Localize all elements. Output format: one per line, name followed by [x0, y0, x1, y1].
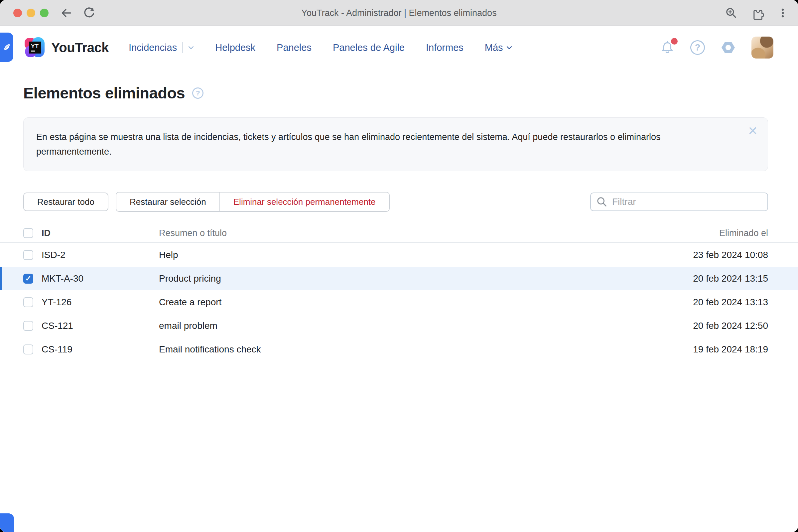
traffic-lights — [13, 8, 49, 17]
nav-item-paneles-de-agile[interactable]: Paneles de Agile — [333, 42, 405, 53]
nav-item-label: Paneles de Agile — [333, 42, 405, 53]
nav-item-informes[interactable]: Informes — [426, 42, 463, 53]
banner-close-icon[interactable]: ✕ — [748, 125, 758, 137]
row-id: CS-119 — [41, 344, 159, 355]
actions-toolbar: Restaurar todo Restaurar selección Elimi… — [23, 192, 768, 212]
help-icon: ? — [690, 40, 705, 55]
selection-actions-group: Restaurar selección Eliminar selección p… — [116, 192, 390, 212]
nav-item-label: Paneles — [277, 42, 311, 53]
column-header-deleted-on: Eliminado el — [635, 228, 768, 239]
feather-icon — [2, 43, 11, 52]
nav-separator — [182, 42, 183, 53]
search-icon — [596, 196, 607, 208]
info-banner: En esta página se muestra una lista de i… — [23, 117, 768, 171]
restore-all-button[interactable]: Restaurar todo — [23, 192, 108, 211]
row-id: MKT-A-30 — [41, 273, 159, 284]
minimize-window-button[interactable] — [26, 8, 35, 17]
notifications-button[interactable] — [660, 40, 675, 55]
nav-item-paneles[interactable]: Paneles — [277, 42, 311, 53]
table-row[interactable]: CS-121 email problem 20 feb 2024 12:50 — [0, 314, 798, 338]
row-summary: Help — [159, 250, 635, 260]
youtrack-app: YT YouTrack IncidenciasHelpdeskPanelesPa… — [0, 26, 798, 532]
youtrack-logo-mark: YT — [25, 37, 45, 58]
row-id: YT-126 — [41, 297, 159, 307]
row-checkbox[interactable]: ✓ — [23, 274, 33, 284]
restore-selection-button[interactable]: Restaurar selección — [116, 192, 220, 211]
extensions-button[interactable] — [750, 6, 764, 20]
reload-icon — [83, 7, 95, 19]
chrome-right-controls — [725, 0, 789, 26]
page-title: Elementos eliminados — [23, 84, 185, 102]
hexagon-settings-icon — [720, 40, 736, 56]
table-row[interactable]: ✓ MKT-A-30 Product pricing 20 feb 2024 1… — [0, 267, 798, 290]
reload-button[interactable] — [82, 6, 96, 20]
row-checkbox[interactable] — [23, 344, 33, 355]
row-summary: Email notifications check — [159, 344, 635, 355]
pinned-sidebar-tab-bottom[interactable] — [0, 513, 14, 532]
logo-monogram-text: YT — [31, 43, 39, 50]
nav-item-más[interactable]: Más — [485, 42, 512, 53]
magnifier-plus-icon — [725, 7, 738, 19]
brand-name: YouTrack — [51, 40, 109, 55]
row-checkbox[interactable] — [23, 297, 33, 307]
table-row[interactable]: ISD-2 Help 23 feb 2024 10:08 — [0, 243, 798, 267]
pinned-sidebar-tab-top[interactable] — [0, 33, 13, 62]
table-row[interactable]: YT-126 Create a report 20 feb 2024 13:13 — [0, 290, 798, 314]
nav-item-label: Helpdesk — [215, 42, 255, 53]
nav-item-label: Más — [485, 42, 503, 53]
row-summary: Create a report — [159, 297, 635, 307]
row-deleted-on: 19 feb 2024 18:19 — [635, 344, 768, 355]
youtrack-logo[interactable]: YT YouTrack — [25, 37, 109, 58]
close-window-button[interactable] — [13, 8, 22, 17]
puzzle-icon — [750, 6, 764, 20]
filter-field-wrap — [590, 192, 768, 211]
header-icons: ? — [660, 37, 773, 58]
user-avatar[interactable] — [752, 37, 773, 58]
back-arrow-icon — [60, 6, 73, 20]
nav-item-label: Informes — [426, 42, 463, 53]
logo-monogram: YT — [29, 41, 41, 54]
row-id: CS-121 — [41, 321, 159, 331]
chevron-down-icon — [188, 46, 194, 50]
app-header: YT YouTrack IncidenciasHelpdeskPanelesPa… — [0, 26, 798, 69]
nav-item-helpdesk[interactable]: Helpdesk — [215, 42, 255, 53]
logo-underscore — [31, 51, 35, 52]
help-button[interactable]: ? — [690, 40, 705, 55]
select-all-checkbox[interactable] — [23, 228, 33, 238]
column-header-summary: Resumen o título — [159, 228, 635, 239]
table-header-row: ID Resumen o título Eliminado el — [0, 225, 798, 243]
delete-selection-button[interactable]: Eliminar selección permanentemente — [220, 192, 389, 211]
browser-chrome: YouTrack - Administrador | Elementos eli… — [0, 0, 798, 26]
chevron-down-icon — [507, 46, 512, 50]
back-button[interactable] — [59, 6, 74, 20]
row-deleted-on: 20 feb 2024 13:15 — [635, 273, 768, 284]
kebab-menu-icon — [777, 7, 789, 19]
row-deleted-on: 23 feb 2024 10:08 — [635, 250, 768, 260]
page-content: Elementos eliminados ? En esta página se… — [0, 84, 798, 212]
row-id: ISD-2 — [41, 250, 159, 260]
zoom-window-button[interactable] — [40, 8, 49, 17]
browser-menu-button[interactable] — [777, 7, 789, 19]
browser-tab-title: YouTrack - Administrador | Elementos eli… — [301, 8, 496, 18]
main-nav: IncidenciasHelpdeskPanelesPaneles de Agi… — [129, 42, 512, 53]
table-row[interactable]: CS-119 Email notifications check 19 feb … — [0, 338, 798, 361]
nav-item-label: Incidencias — [129, 42, 177, 53]
zoom-page-button[interactable] — [725, 7, 738, 19]
row-checkbox[interactable] — [23, 250, 33, 260]
filter-input[interactable] — [590, 192, 768, 211]
settings-button[interactable] — [720, 40, 736, 56]
column-header-id: ID — [41, 228, 159, 239]
nav-item-incidencias[interactable]: Incidencias — [129, 42, 194, 53]
row-deleted-on: 20 feb 2024 12:50 — [635, 321, 768, 331]
browser-window: YouTrack - Administrador | Elementos eli… — [0, 0, 798, 532]
row-summary: Product pricing — [159, 273, 635, 284]
row-deleted-on: 20 feb 2024 13:13 — [635, 297, 768, 307]
notification-badge — [671, 38, 678, 44]
table-body: ISD-2 Help 23 feb 2024 10:08 ✓ MKT-A-30 … — [0, 243, 798, 361]
row-checkbox[interactable] — [23, 321, 33, 331]
page-help-icon[interactable]: ? — [192, 88, 204, 99]
row-summary: email problem — [159, 321, 635, 331]
info-banner-text: En esta página se muestra una lista de i… — [36, 130, 695, 159]
deleted-items-table: ID Resumen o título Eliminado el ISD-2 H… — [0, 225, 798, 361]
page-title-row: Elementos eliminados ? — [23, 84, 768, 102]
